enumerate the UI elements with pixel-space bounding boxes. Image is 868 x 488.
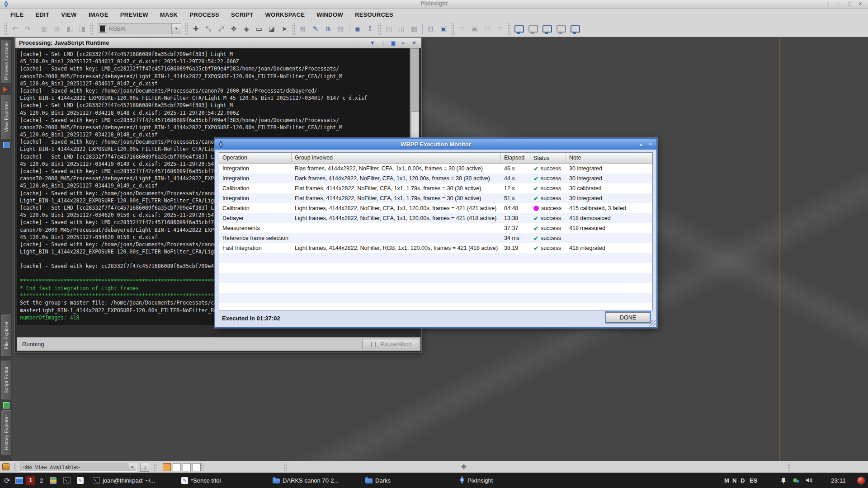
toolbar-drag-handle[interactable]: [378, 23, 381, 35]
redo-icon[interactable]: ↷: [22, 23, 33, 35]
workspace-a-icon[interactable]: □: [456, 23, 468, 35]
menu-process[interactable]: PROCESS: [184, 11, 225, 18]
taskbar-clock[interactable]: 23:11: [831, 473, 846, 488]
toolbar-drag-handle[interactable]: [185, 23, 188, 35]
toolbar-drag-handle[interactable]: [90, 23, 93, 35]
screen-main-icon[interactable]: [514, 25, 524, 33]
viewbar-drag-handle[interactable]: [788, 463, 791, 471]
table-row[interactable]: Measurements37:37✔success418 measured: [219, 223, 652, 233]
dialog-resize-grip[interactable]: [650, 320, 656, 326]
viewbar-drag-handle[interactable]: [154, 463, 157, 471]
table-row[interactable]: Fast IntegrationLight frames, 4144x2822,…: [219, 243, 652, 253]
viewbar-drag-handle[interactable]: [201, 463, 204, 471]
script-run-icon[interactable]: ⊡: [425, 23, 437, 35]
import-process-icon[interactable]: ⇩: [364, 23, 376, 35]
dialog-shade-icon[interactable]: ▴: [638, 141, 644, 147]
view-selector[interactable]: <No View Available> ▼: [20, 463, 137, 472]
toolbar-drag-handle[interactable]: [451, 23, 454, 35]
taskbar-window-darks[interactable]: Darks: [365, 473, 391, 488]
edit-process-icon[interactable]: ✎: [310, 23, 321, 35]
window-menu-button[interactable]: [15, 473, 23, 488]
mask-select-icon[interactable]: ◫: [396, 23, 407, 35]
sidebar-tab-file-explorer[interactable]: File Explorer: [1, 314, 11, 356]
taskbar-window-pixinsight[interactable]: PixInsight: [459, 473, 493, 488]
clone-image-icon[interactable]: ◨: [76, 23, 88, 35]
menu-image[interactable]: IMAGE: [83, 11, 114, 18]
zoom-out-mode-icon[interactable]: ⤢: [215, 23, 227, 35]
taskbar-window--sense-t-tol[interactable]: ✎*Sense títol: [181, 473, 221, 488]
done-button[interactable]: DONE: [606, 312, 650, 323]
image-selector[interactable]: RGB/K▼: [97, 23, 181, 34]
image-selector-dropdown-icon[interactable]: ▼: [171, 24, 181, 34]
viewbar-drag-handle[interactable]: [284, 463, 287, 471]
column-header-status[interactable]: Status: [530, 153, 566, 163]
editor-launcher[interactable]: ✎: [77, 473, 84, 488]
maximize-icon[interactable]: □: [846, 1, 853, 7]
menu-mask[interactable]: MASK: [154, 11, 184, 18]
edit-preview-icon[interactable]: ◪: [266, 23, 278, 35]
move-tool-icon[interactable]: ✥: [461, 463, 467, 470]
show-desktop-button[interactable]: ⟳: [4, 473, 10, 488]
screen-add-icon[interactable]: [542, 25, 552, 33]
edit-identifier-icon[interactable]: ▥: [38, 23, 50, 35]
color-swatch-3[interactable]: [183, 463, 191, 471]
table-row[interactable]: IntegrationDark frames, 4144x2822, NoFil…: [219, 174, 652, 183]
select-mode-icon[interactable]: ➤: [278, 23, 290, 35]
column-header-operation[interactable]: Operation: [219, 153, 292, 163]
power-button[interactable]: [857, 473, 865, 488]
taskbar-window-joan-thinkpad-[interactable]: >_joan@thinkpad: ~/...: [93, 473, 155, 488]
dialog-titlebar[interactable]: WBPP Execution Monitor ▴ ✕: [215, 139, 656, 150]
find-process-icon[interactable]: ◉: [352, 23, 363, 35]
network-status-icon[interactable]: [793, 473, 799, 488]
console-scrollbar-thumb[interactable]: [411, 111, 419, 140]
column-header-elapsed[interactable]: Elapsed: [501, 153, 530, 163]
view-mode-button[interactable]: ▯: [140, 463, 149, 472]
dialog-close-icon[interactable]: ✕: [647, 141, 653, 147]
console-close-icon[interactable]: ✕: [411, 40, 417, 46]
sidebar-tab-view-explorer[interactable]: View Explorer: [1, 95, 11, 139]
new-process-icon[interactable]: ⊞: [297, 23, 309, 35]
color-swatch-2[interactable]: [173, 463, 181, 471]
color-swatch-1[interactable]: [163, 463, 171, 471]
script-edit-icon[interactable]: ▣: [438, 23, 449, 35]
pin-icon[interactable]: ↑: [825, 1, 831, 7]
toolbar-drag-handle[interactable]: [508, 23, 511, 35]
sidebar-tab-process-console[interactable]: Process Console: [1, 40, 11, 83]
toolbar-drag-handle[interactable]: [4, 23, 7, 35]
table-row[interactable]: Reference frame selection34 ms✔success: [219, 233, 652, 243]
undo-icon[interactable]: ↶: [9, 23, 21, 35]
sidebar-tab-script-editor[interactable]: Script Editor: [1, 361, 11, 399]
image-container-icon[interactable]: ▤: [383, 23, 395, 35]
duplicate-image-icon[interactable]: ◧: [64, 23, 75, 35]
sidebar-tab-history-explorer[interactable]: History Explorer: [1, 410, 11, 455]
workspace-d-icon[interactable]: □: [494, 23, 506, 35]
close-icon[interactable]: ✕: [857, 1, 863, 7]
process-console-titlebar[interactable]: Processing: JavaScript Runtime ▼ ↕ ▣ ⇤ ✕: [15, 38, 421, 48]
volume-icon[interactable]: [806, 473, 812, 488]
table-row[interactable]: CalibrationFlat frames, 4144x2822, NoFil…: [219, 183, 652, 193]
viewbar-drag-handle[interactable]: [14, 463, 17, 471]
menu-script[interactable]: SCRIPT: [225, 11, 259, 18]
zoom-in-mode-icon[interactable]: ⤡: [203, 23, 214, 35]
menu-workspace[interactable]: WORKSPACE: [259, 11, 311, 18]
remove-process-instance-icon[interactable]: ⊟: [335, 23, 347, 35]
mask-show-icon[interactable]: ▦: [408, 23, 420, 35]
table-row[interactable]: IntegrationBias frames, 4144x2822, NoFil…: [219, 164, 652, 174]
screen-secondary-icon[interactable]: [528, 25, 538, 33]
menu-file[interactable]: FILE: [5, 11, 29, 18]
workspace-c-icon[interactable]: □: [481, 23, 493, 35]
view-selector-dropdown-icon[interactable]: ▼: [128, 463, 136, 471]
console-menu-icon[interactable]: ▼: [369, 40, 376, 46]
menu-view[interactable]: VIEW: [55, 11, 82, 18]
add-process-instance-icon[interactable]: ⊕: [322, 23, 334, 35]
menu-edit[interactable]: EDIT: [29, 11, 55, 18]
menu-preview[interactable]: PREVIEW: [114, 11, 154, 18]
new-preview-icon[interactable]: ▭: [253, 23, 265, 35]
table-row[interactable]: DebayerLight frames, 4144x2822, NoFilter…: [219, 213, 652, 223]
toolbar-drag-handle[interactable]: [292, 23, 295, 35]
table-row[interactable]: CalibrationLight frames, 4144x2822, NoFi…: [219, 203, 652, 213]
workspace-corner-icon[interactable]: [2, 463, 9, 470]
taskbar-window-darks-canon-70-2-[interactable]: DARKS canon 70-2...: [273, 473, 339, 488]
color-swatch-4[interactable]: [193, 463, 201, 471]
screen-capture-icon[interactable]: [557, 25, 566, 33]
